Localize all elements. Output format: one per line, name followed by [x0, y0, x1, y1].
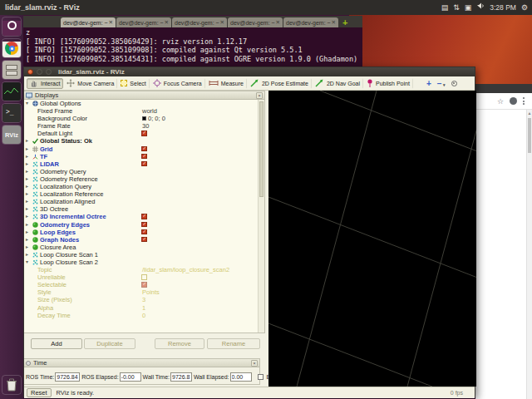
duplicate-button[interactable]: Duplicate: [84, 338, 135, 349]
tree-row-frame-rate[interactable]: Frame Rate30: [24, 122, 258, 130]
enabled-checkbox[interactable]: [141, 146, 147, 152]
close-icon[interactable]: ×: [251, 360, 258, 367]
property-value[interactable]: 3: [142, 296, 145, 303]
add-tool-button[interactable]: +: [426, 79, 431, 88]
tree-row-3d-octree[interactable]: ▸3D Octree: [24, 205, 258, 213]
property-value[interactable]: world: [142, 107, 157, 115]
tab-close-icon[interactable]: ✕: [109, 19, 113, 26]
clock[interactable]: 3:28 PM: [490, 3, 516, 12]
expander-closed-icon[interactable]: ▸: [26, 183, 32, 190]
trash-icon[interactable]: [2, 375, 22, 395]
tree-row-selectable[interactable]: Selectable: [24, 281, 258, 288]
expander-closed-icon[interactable]: ▸: [26, 213, 32, 220]
expander-closed-icon[interactable]: ▸: [26, 190, 32, 198]
expander-closed-icon[interactable]: ▸: [26, 160, 32, 168]
tree-row-global-options[interactable]: ▾Global Options: [24, 100, 258, 107]
tree-row-localization-reference[interactable]: ▸Localization Reference: [24, 190, 258, 198]
enabled-checkbox[interactable]: [141, 214, 147, 219]
tab-close-icon[interactable]: ✕: [220, 19, 224, 26]
wall-elapsed-input[interactable]: [230, 372, 252, 382]
expander-closed-icon[interactable]: ▸: [26, 145, 32, 153]
input-method-icon[interactable]: ▣: [465, 0, 472, 15]
terminal-tab-3[interactable]: dev@dev-gem: ~✕: [172, 17, 227, 27]
tab-close-icon[interactable]: ✕: [165, 19, 169, 26]
close-icon[interactable]: ×: [256, 92, 263, 99]
expander-closed-icon[interactable]: ▸: [26, 236, 32, 244]
expander-closed-icon[interactable]: ▸: [26, 198, 32, 205]
window-maximize-button[interactable]: [46, 69, 52, 75]
enabled-checkbox[interactable]: [141, 161, 147, 167]
tree-row-lidar[interactable]: ▸LIDAR: [24, 160, 258, 168]
terminal-tab-4[interactable]: dev@dev-gem: ~✕: [228, 17, 283, 27]
expander-open-icon[interactable]: ▾: [26, 100, 32, 107]
ros-elapsed-input[interactable]: [120, 372, 141, 382]
wall-time-input[interactable]: [170, 372, 192, 382]
displays-scrollbar[interactable]: [258, 100, 264, 332]
enabled-checkbox[interactable]: [141, 131, 147, 136]
window-minimize-button[interactable]: [37, 69, 42, 75]
experimental-checkbox[interactable]: [258, 374, 264, 380]
tree-row-style[interactable]: StylePoints: [24, 288, 258, 296]
expander-open-icon[interactable]: ▾: [26, 259, 32, 266]
expander-closed-icon[interactable]: ▸: [26, 137, 32, 145]
tree-row-loop-closure-scan-1[interactable]: ▸Loop Closure Scan 1: [24, 251, 258, 259]
tool-move-camera[interactable]: Move Camera: [63, 78, 117, 89]
scrollbar-thumb[interactable]: [528, 118, 531, 153]
rviz-title-bar[interactable]: lidar_slam.rviz - RViz: [24, 67, 475, 76]
terminal-icon[interactable]: >_: [2, 103, 22, 123]
tree-row-localization-aligned[interactable]: ▸Localization Aligned: [24, 198, 258, 205]
property-value[interactable]: /lidar_slam/loop_closure_scan2: [142, 266, 229, 273]
remove-tool-button[interactable]: − ▾: [437, 79, 446, 88]
files-icon[interactable]: [2, 60, 22, 80]
enabled-checkbox[interactable]: [141, 154, 147, 160]
tree-row-size-pixels[interactable]: Size (Pixels)3: [24, 296, 258, 303]
ros-time-input[interactable]: [55, 372, 80, 382]
expander-closed-icon[interactable]: ▸: [26, 244, 32, 251]
collapse-icon[interactable]: [26, 361, 31, 366]
keyboard-indicator-icon[interactable]: ▤: [441, 0, 449, 15]
enabled-checkbox[interactable]: [141, 237, 147, 243]
time-panel-header[interactable]: Time ×: [24, 359, 259, 367]
tree-row-grid[interactable]: ▸Grid: [24, 145, 258, 153]
expander-closed-icon[interactable]: ▸: [26, 221, 32, 229]
tree-row-odometry-reference[interactable]: ▸Odometry Reference: [24, 175, 258, 183]
tab-close-icon[interactable]: ✕: [276, 19, 280, 26]
ubuntu-logo-icon[interactable]: [2, 17, 22, 37]
expander-closed-icon[interactable]: ▸: [26, 229, 32, 236]
rviz-icon[interactable]: RViz: [2, 125, 22, 145]
network-icon[interactable]: ⇅: [453, 0, 460, 15]
remove-button[interactable]: Remove: [155, 338, 204, 349]
expander-closed-icon[interactable]: ▸: [26, 251, 32, 259]
displays-panel-header[interactable]: Displays ×: [24, 91, 264, 100]
terminal-tab-2[interactable]: dev@dev-gem: ~✕: [116, 17, 171, 27]
enabled-checkbox[interactable]: [141, 282, 147, 288]
tree-row-unreliable[interactable]: Unreliable: [24, 273, 258, 281]
chrome-icon[interactable]: [2, 38, 22, 58]
terminal-tab-1[interactable]: dev@dev-gem: ~✕: [61, 17, 116, 27]
tree-row-topic[interactable]: Topic/lidar_slam/loop_closure_scan2: [24, 266, 258, 273]
tool-focus-camera[interactable]: Focus Camera: [150, 78, 205, 89]
browser-scrollbar[interactable]: ▲: [526, 110, 532, 399]
tree-row-3d-incremental-octree[interactable]: ▸3D Incremental Octree: [24, 213, 258, 220]
tree-row-default-light[interactable]: Default Light: [24, 130, 258, 137]
scroll-up-arrow-icon[interactable]: ▲: [527, 110, 532, 116]
tree-row-odometry-query[interactable]: ▸Odometry Query: [24, 168, 258, 175]
tree-row-loop-closure-scan-2[interactable]: ▾Loop Closure Scan 2: [24, 259, 258, 266]
rename-button[interactable]: Rename: [207, 338, 260, 349]
tree-row-fixed-frame[interactable]: Fixed Frameworld: [24, 107, 258, 115]
reset-button[interactable]: Reset: [27, 388, 52, 397]
tool-2d-nav-goal[interactable]: 2D Nav Goal: [312, 78, 363, 89]
property-value[interactable]: 1: [142, 304, 145, 312]
expander-closed-icon[interactable]: ▸: [26, 153, 32, 160]
profile-avatar-icon[interactable]: [510, 97, 517, 105]
property-value[interactable]: Points: [142, 288, 160, 296]
bookmark-star-icon[interactable]: ☆: [497, 97, 504, 106]
system-monitor-icon[interactable]: [2, 81, 22, 101]
session-gear-icon[interactable]: ⚙: [521, 0, 528, 15]
tree-row-decay-time[interactable]: Decay Time0: [24, 312, 258, 319]
camera-tool-button[interactable]: [451, 81, 457, 86]
tree-row-closure-area[interactable]: ▸Closure Area: [24, 244, 258, 251]
tool-2d-pose-estimate[interactable]: 2D Pose Estimate: [247, 78, 312, 89]
enabled-checkbox[interactable]: [141, 274, 147, 280]
add-button[interactable]: Add: [31, 338, 82, 349]
